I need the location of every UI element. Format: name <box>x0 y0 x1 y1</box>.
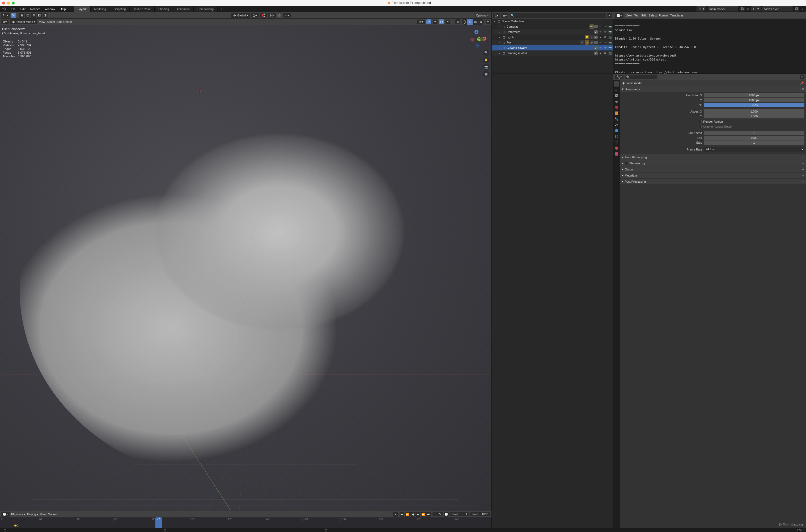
workspace-tab-layout[interactable]: Layout <box>74 6 91 12</box>
selectable-icon[interactable]: ↖ <box>598 46 603 50</box>
select-mode-1[interactable]: ▣ <box>19 13 24 18</box>
pin-icon[interactable]: 📌 <box>800 81 804 85</box>
area-corner-mid2[interactable]: ◫ <box>324 529 328 532</box>
preview-range-toggle[interactable]: 🕐 <box>444 512 449 517</box>
editor-type-text[interactable]: 📄▾ <box>615 13 623 18</box>
workspace-tab-shading[interactable]: Shading <box>154 6 173 12</box>
auto-keying-toggle[interactable]: ● <box>393 512 398 517</box>
shading-rendered[interactable]: ◉ <box>478 19 484 25</box>
texteditor-menu-format[interactable]: Format <box>659 14 668 17</box>
properties-search-input[interactable]: 🔍 <box>625 75 657 79</box>
viewport-menu-select[interactable]: Select <box>47 20 55 23</box>
current-frame-field[interactable]: 77 <box>433 512 443 516</box>
tree-collection-deformers[interactable]: ▸ ▢ Deformers ✓ ↖ 👁 📷 <box>492 29 613 35</box>
proportional-edit[interactable]: ◎ <box>277 13 282 18</box>
panel-output[interactable]: ▸Output≡ <box>620 167 806 172</box>
jump-next-key-icon[interactable]: ⏩ <box>421 512 426 517</box>
tab-modifiers[interactable]: 🔧 <box>614 116 619 121</box>
workspace-tab-modeling[interactable]: Modeling <box>91 6 110 12</box>
object-visibility-dropdown[interactable]: 👁▾ <box>417 20 425 24</box>
texteditor-menu-select[interactable]: Select <box>648 14 657 17</box>
gizmo-options[interactable]: ▾ <box>433 20 438 24</box>
visibility-icon[interactable]: 👁 <box>603 40 607 44</box>
select-box-tool[interactable] <box>11 13 16 18</box>
zoom-window-button[interactable] <box>12 2 15 4</box>
render-icon[interactable]: 📷 <box>608 51 612 55</box>
render-icon[interactable]: 📷 <box>608 40 612 44</box>
new-scene-button[interactable] <box>740 7 745 12</box>
visibility-icon[interactable]: 👁 <box>603 51 607 55</box>
gizmo-toggle[interactable]: ↗ <box>426 19 431 24</box>
play-reverse-icon[interactable]: ◀ <box>410 512 415 517</box>
tree-collection-lights[interactable]: ▸ ▢ Lights 💡9 ✓ ↖ 👁 📷 <box>492 35 613 40</box>
render-icon[interactable]: 📷 <box>608 46 612 50</box>
render-icon[interactable]: 📷 <box>608 35 612 39</box>
frame-start-field[interactable]: Start1 <box>450 512 470 516</box>
pivot-point[interactable]: ⨀▾ <box>251 13 259 18</box>
visibility-icon[interactable]: 👁 <box>603 30 607 34</box>
outliner-search-input[interactable]: 🔍 <box>510 13 606 18</box>
resolution-y-field[interactable]: 1000 px <box>704 98 804 102</box>
snap-toggle[interactable]: 🧲 <box>260 13 267 18</box>
tab-world[interactable] <box>614 104 619 110</box>
visibility-icon[interactable]: 👁 <box>603 46 607 50</box>
render-icon[interactable]: 📷 <box>608 30 612 34</box>
options-dropdown[interactable]: Options ▾ <box>474 13 490 18</box>
crop-region-checkbox[interactable]: Crop to Render Region <box>621 124 804 129</box>
tab-data[interactable]: ▽ <box>614 140 619 145</box>
workspace-tab-animation[interactable]: Animation <box>173 6 194 12</box>
add-workspace-button[interactable]: ＋ <box>218 6 226 12</box>
texteditor-menu-templates[interactable]: Templates <box>670 14 683 17</box>
visibility-icon[interactable]: 👁 <box>603 35 607 39</box>
menu-render[interactable]: Render <box>28 7 42 12</box>
shading-solid[interactable]: ● <box>467 19 473 25</box>
panel-stereoscopy[interactable]: ▸Stereoscopy≡ <box>620 160 806 166</box>
editor-type-3dview[interactable]: ▦▾ <box>1 20 8 24</box>
tree-scene-collection[interactable]: ▾ ▢ Scene Collection <box>492 19 613 24</box>
selectable-icon[interactable]: ↖ <box>598 35 603 39</box>
shading-material[interactable]: ◐ <box>473 19 478 25</box>
selectable-icon[interactable]: ↖ <box>598 30 603 34</box>
snap-type[interactable]: ┣┫▾ <box>268 13 276 18</box>
editor-type-properties[interactable]: 🔧▾ <box>615 75 623 79</box>
jump-to-end-icon[interactable]: ⏭ <box>426 512 431 517</box>
tree-collection-glowing-flowers[interactable]: ▸ ▢ Glowing flowers ✓ ↖ 👁 📷 <box>492 45 613 51</box>
exclude-checkbox[interactable]: ✓ <box>594 46 598 50</box>
tab-material[interactable] <box>614 146 619 151</box>
viewport-menu-object[interactable]: Object <box>63 20 72 23</box>
tab-render[interactable] <box>614 81 619 87</box>
viewlayer-browse-button[interactable]: ▾ <box>751 6 761 12</box>
jump-prev-key-icon[interactable]: ⏪ <box>405 512 410 517</box>
tab-object[interactable] <box>614 110 619 116</box>
exclude-checkbox[interactable]: ✓ <box>594 30 598 34</box>
editor-type-outliner[interactable]: ≣▾ <box>493 13 500 18</box>
xray-toggle[interactable]: ⧉ <box>455 19 460 24</box>
shading-wireframe[interactable]: ◯ <box>462 19 467 25</box>
resolution-x-field[interactable]: 2000 px <box>704 93 804 97</box>
overlays-toggle[interactable]: ⬡ <box>439 19 444 24</box>
overlays-options[interactable]: ▾ <box>445 20 450 24</box>
tree-collection-fox[interactable]: ▸ ▢ Fox ▽▽↻ ✓ ↖ 👁 📷 <box>492 40 613 45</box>
tab-viewlayer[interactable]: 🖼 <box>614 93 619 98</box>
frame-end-prop-field[interactable]: 1000 <box>704 136 804 140</box>
viewlayer-name-field[interactable]: View Layer <box>763 6 793 12</box>
minimize-window-button[interactable] <box>7 2 10 4</box>
jump-to-start-icon[interactable]: ⏮ <box>400 512 404 517</box>
panel-metadata[interactable]: ▸Metadata≡ <box>620 173 806 178</box>
scene-browse-button[interactable]: ▾ <box>697 6 706 12</box>
timeline-menu-view[interactable]: View <box>40 513 46 516</box>
timeline-menu-playback[interactable]: Playback ▾ <box>11 513 25 516</box>
area-corner-mid1[interactable]: ◫ <box>163 529 167 532</box>
dimensions-panel-header[interactable]: ▾Dimensions ⠿ ≡ <box>620 86 806 92</box>
viewport-menu-add[interactable]: Add <box>57 20 62 23</box>
perspective-toggle-icon[interactable]: ▦ <box>483 71 489 77</box>
visibility-icon[interactable]: 👁 <box>603 24 607 29</box>
exclude-checkbox[interactable]: ✓ <box>594 41 598 44</box>
menu-edit[interactable]: Edit <box>18 7 28 12</box>
gizmo-neg-y[interactable] <box>480 37 484 41</box>
close-window-button[interactable] <box>2 2 5 4</box>
panel-time-remapping[interactable]: ▸Time Remapping≡ <box>620 154 806 160</box>
scene-name-field[interactable]: main model <box>708 6 738 12</box>
texteditor-menu-edit[interactable]: Edit <box>642 14 647 17</box>
shading-options[interactable]: ▾ <box>486 20 490 24</box>
